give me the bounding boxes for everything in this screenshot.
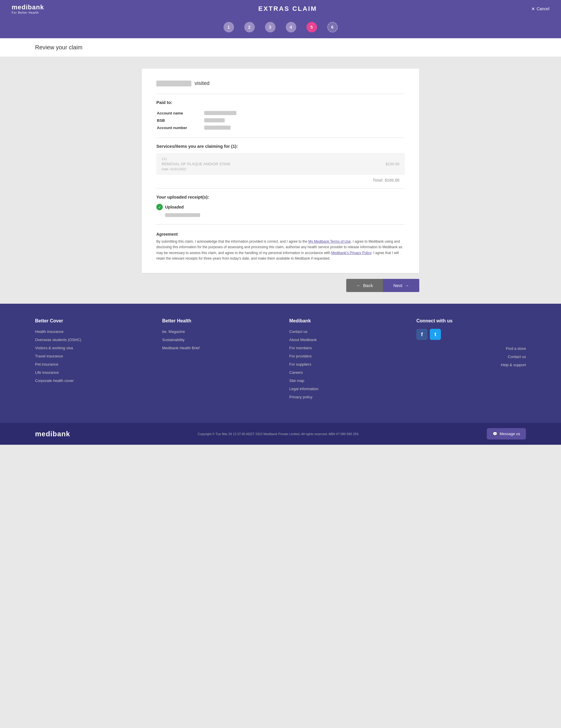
next-button[interactable]: Next → (383, 279, 419, 292)
connect-links: Find a store Contact us Help & support (416, 346, 526, 367)
agreement-title: Agreement (156, 232, 405, 237)
footer-col-better-health: Better Health be. Magazine Sustainabilit… (162, 318, 272, 402)
step-1[interactable]: 1 (223, 22, 234, 32)
logo-sub-text: For Better Health (12, 11, 39, 14)
footer-link[interactable]: Overseas students (OSHC) (35, 338, 81, 342)
footer-col-medibank: Medibank Contact us About Medibank For m… (289, 318, 399, 402)
step-4[interactable]: 4 (286, 22, 296, 32)
footer-link[interactable]: For members (289, 346, 312, 350)
check-icon: ✓ (156, 204, 163, 210)
services-section: Services/items you are claiming for (1):… (156, 144, 405, 183)
logo-main-text: medibank (12, 4, 44, 11)
footer-link[interactable]: Medibank Health Brief (162, 346, 199, 350)
bottom-bar: medibank Copyright © Tue Mar 29 12:37:00… (0, 423, 561, 445)
footer-link[interactable]: Site map (289, 378, 304, 383)
service-name: REMOVAL OF PLAQUE AND/OR STAIN (161, 162, 230, 166)
list-item: Visitors & working visa (35, 345, 145, 350)
footer-link-corporate-health[interactable]: Corporate health cover (35, 378, 74, 383)
service-code: 111 (161, 157, 400, 161)
footer-link-legal[interactable]: Legal information (289, 387, 319, 391)
footer-link[interactable]: For providers (289, 354, 312, 358)
copyright-text: Copyright © Tue Mar 29 12:37:00 AEDT 202… (82, 432, 475, 436)
services-label: Services/items you are claiming for (1): (156, 144, 405, 149)
list-item: Site map (289, 378, 399, 383)
footer-link[interactable]: Life insurance (35, 370, 59, 375)
uploaded-label: Uploaded (165, 205, 184, 209)
list-item: Help & support (416, 362, 526, 367)
filename-blurred (165, 213, 200, 217)
terms-link[interactable]: My Medibank Terms of Use (308, 239, 351, 244)
page-title-bar: Review your claim (0, 38, 561, 57)
step-5[interactable]: 5 (307, 22, 317, 32)
footer-link[interactable]: Health insurance (35, 329, 64, 334)
list-item: Overseas students (OSHC) (35, 337, 145, 342)
service-item-top: REMOVAL OF PLAQUE AND/OR STAIN Date: 01/… (161, 162, 400, 171)
footer-link[interactable]: Privacy policy (289, 395, 312, 399)
logo: medibank For Better Health (12, 4, 44, 14)
agreement-section: Agreement By submitting this claim, I ac… (156, 232, 405, 261)
footer-link[interactable]: Visitors & working visa (35, 346, 73, 350)
better-health-links: be. Magazine Sustainability Medibank Hea… (162, 329, 272, 350)
service-date-label: Date: (161, 167, 169, 171)
step-3[interactable]: 3 (265, 22, 275, 32)
help-support-link[interactable]: Help & support (501, 363, 526, 367)
total-label: Total: (373, 178, 383, 183)
page-title: Review your claim (35, 44, 526, 51)
social-icons: f t (416, 329, 526, 340)
list-item: Legal information (289, 386, 399, 391)
service-date-value: 01/01/2022 (170, 167, 186, 171)
progress-steps: 1 2 3 4 5 6 (0, 18, 561, 38)
footer-link[interactable]: be. Magazine (162, 329, 185, 334)
cancel-button[interactable]: ✕ Cancel (531, 6, 549, 12)
back-button[interactable]: ← Back (346, 279, 383, 292)
account-number-value (204, 126, 230, 130)
footer-link[interactable]: For suppliers (289, 362, 311, 366)
service-date: Date: 01/01/2022 (161, 167, 230, 171)
message-us-button[interactable]: 💬 Message us (487, 428, 526, 439)
account-name-label: Account name (157, 110, 204, 117)
account-number-label: Account number (157, 124, 204, 131)
find-store-link[interactable]: Find a store (506, 346, 526, 351)
list-item: Contact us (416, 354, 526, 359)
paid-to-label: Paid to: (156, 100, 405, 105)
cancel-icon: ✕ (531, 6, 535, 12)
footer-link[interactable]: Sustainability (162, 338, 185, 342)
privacy-link[interactable]: Medibank's Privacy Policy (331, 251, 371, 255)
list-item: Life insurance (35, 370, 145, 375)
patient-name-blurred (156, 81, 191, 86)
footer-link[interactable]: About Medibank (289, 338, 317, 342)
account-name-value (204, 111, 236, 115)
step-6[interactable]: 6 (327, 22, 338, 32)
visited-text: visited (194, 80, 209, 86)
footer-col-better-cover: Better Cover Health insurance Overseas s… (35, 318, 145, 402)
review-card: visited Paid to: Account name BSB Accoun… (142, 69, 419, 273)
cancel-label: Cancel (536, 6, 549, 11)
twitter-icon[interactable]: t (430, 329, 441, 340)
list-item: About Medibank (289, 337, 399, 342)
list-item: For providers (289, 353, 399, 359)
list-item: For suppliers (289, 362, 399, 367)
nav-buttons: ← Back Next → (142, 279, 419, 292)
list-item: Medibank Health Brief (162, 345, 272, 350)
total-row: Total: $100.00 (156, 178, 405, 183)
list-item: Sustainability (162, 337, 272, 342)
service-item: 111 REMOVAL OF PLAQUE AND/OR STAIN Date:… (156, 153, 405, 175)
patient-visited: visited (156, 80, 405, 86)
connect-title: Connect with us (416, 318, 526, 324)
list-item: be. Magazine (162, 329, 272, 334)
footer-link[interactable]: Contact us (289, 329, 308, 334)
back-label: Back (363, 283, 373, 288)
list-item: Travel insurance (35, 353, 145, 359)
page-heading: EXTRAS CLAIM (44, 5, 532, 13)
uploaded-status: ✓ Uploaded (156, 204, 405, 210)
bottom-logo: medibank (35, 430, 70, 438)
contact-us-link[interactable]: Contact us (508, 355, 526, 359)
footer-link[interactable]: Travel insurance (35, 354, 63, 358)
footer-link[interactable]: Careers (289, 370, 303, 375)
header: medibank For Better Health EXTRAS CLAIM … (0, 0, 561, 18)
footer-link[interactable]: Pet insurance (35, 362, 58, 366)
better-cover-title: Better Cover (35, 318, 145, 324)
main-content: visited Paid to: Account name BSB Accoun… (0, 57, 561, 304)
step-2[interactable]: 2 (244, 22, 255, 32)
facebook-icon[interactable]: f (416, 329, 428, 340)
